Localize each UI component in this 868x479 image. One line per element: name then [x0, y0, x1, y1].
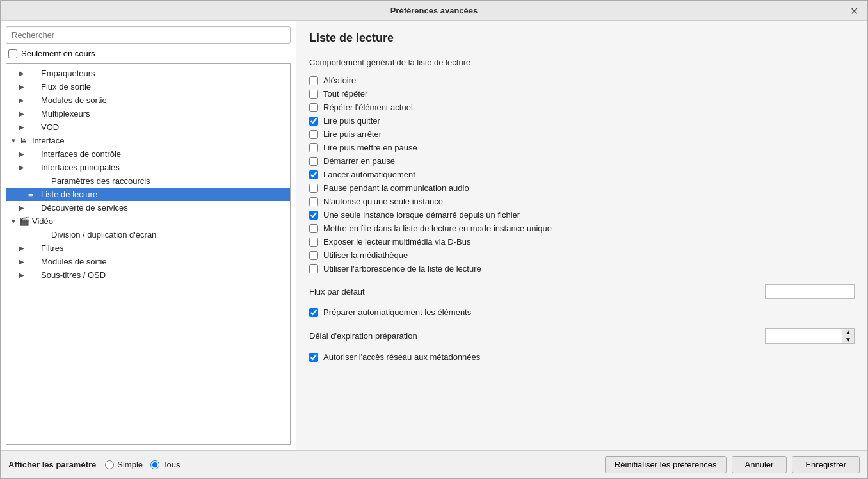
checkbox-demarrer-pause[interactable] — [309, 157, 318, 166]
radio-tous-label: Tous — [163, 460, 180, 469]
save-button[interactable]: Enregistrer — [792, 456, 860, 473]
tree-item-interfaces-controle[interactable]: ▶Interfaces de contrôle — [6, 147, 290, 161]
only-current-label: Seulement en cours — [21, 49, 95, 58]
label-pause-audio: Pause pendant la communication audio — [323, 183, 469, 193]
tree-item-video[interactable]: ▼🎬Vidéo — [6, 215, 290, 228]
preparer-auto-label: Préparer automatiquement les éléments — [323, 307, 471, 317]
tree-item-modules-sortie[interactable]: ▶Modules de sortie — [6, 93, 290, 107]
tree-item-filtres[interactable]: ▶Filtres — [6, 241, 290, 255]
tree-item-multiplexeurs[interactable]: ▶Multiplexeurs — [6, 107, 290, 120]
tree-container[interactable]: ▶Empaqueteurs▶Flux de sortie▶Modules de … — [6, 63, 291, 445]
label-demarrer-pause: Démarrer en pause — [323, 156, 395, 166]
tree-label-params-raccourcis: Paramètres des raccourcis — [51, 176, 286, 186]
delai-row: Délai d'expiration préparation 5000 ▲ ▼ — [309, 328, 855, 344]
tree-item-params-raccourcis[interactable]: Paramètres des raccourcis — [6, 174, 290, 188]
tree-arrow-flux-sortie: ▶ — [19, 83, 28, 90]
tree-label-empaqueteurs: Empaqueteurs — [41, 69, 286, 78]
section-title: Liste de lecture — [309, 31, 855, 49]
spinner-down-button[interactable]: ▼ — [842, 336, 854, 343]
left-panel: Seulement en cours ▶Empaqueteurs▶Flux de… — [1, 21, 296, 450]
tree-arrow-modules-sortie: ▶ — [19, 97, 28, 104]
tree-item-vod[interactable]: ▶VOD — [6, 120, 290, 134]
tree-item-sous-titres[interactable]: ▶Sous-titres / OSD — [6, 268, 290, 282]
tree-item-interfaces-principales[interactable]: ▶Interfaces principales — [6, 161, 290, 174]
option-row-lire-quitter: Lire puis quitter — [309, 114, 855, 127]
only-current-checkbox[interactable] — [8, 49, 17, 58]
bottom-bar: Afficher les paramètre Simple Tous Réini… — [1, 450, 867, 478]
label-lancer-auto: Lancer automatiquement — [323, 170, 415, 179]
tree-icon-interface: 🖥 — [19, 136, 29, 145]
radio-simple[interactable] — [105, 460, 114, 469]
radio-simple-item: Simple — [105, 460, 143, 469]
tree-label-vod: VOD — [41, 122, 286, 132]
tree-item-modules-sortie-video[interactable]: ▶Modules de sortie — [6, 255, 290, 268]
checkbox-seule-instance[interactable] — [309, 197, 318, 206]
label-mediatheque: Utiliser la médiathèque — [323, 250, 408, 260]
label-lire-pause: Lire puis mettre en pause — [323, 143, 417, 152]
tree-item-interface[interactable]: ▼🖥Interface — [6, 134, 290, 147]
tree-label-flux-sortie: Flux de sortie — [41, 82, 286, 92]
option-row-lire-pause: Lire puis mettre en pause — [309, 141, 855, 154]
tree-label-interfaces-principales: Interfaces principales — [41, 163, 286, 172]
checkbox-mettre-file[interactable] — [309, 224, 318, 233]
tree-item-flux-sortie[interactable]: ▶Flux de sortie — [6, 80, 290, 93]
options-container: AléatoireTout répéterRépéter l'élément a… — [309, 74, 855, 275]
label-aleatoire: Aléatoire — [323, 76, 356, 85]
tree-item-decouverte-services[interactable]: ▶Découverte de services — [6, 201, 290, 215]
preparer-auto-checkbox[interactable] — [309, 308, 318, 317]
tree-item-liste-lecture[interactable]: ≡Liste de lecture — [6, 188, 290, 201]
tree-label-modules-sortie-video: Modules de sortie — [41, 257, 286, 266]
reset-button[interactable]: Réinitialiser les préférences — [605, 456, 727, 473]
checkbox-arborescence[interactable] — [309, 264, 318, 273]
search-input[interactable] — [6, 26, 291, 44]
tree-arrow-sous-titres: ▶ — [19, 272, 28, 279]
flux-input[interactable] — [765, 284, 855, 299]
option-row-mettre-file: Mettre en file dans la liste de lecture … — [309, 222, 855, 235]
tree-arrow-interface: ▼ — [10, 137, 19, 144]
tree-arrow-video: ▼ — [10, 218, 19, 225]
tree-label-interface: Interface — [32, 136, 286, 145]
autoriser-reseau-label: Autoriser l'accès réseau aux métadonnées — [323, 352, 480, 362]
checkbox-lire-pause[interactable] — [309, 143, 318, 152]
show-params-label: Afficher les paramètre — [8, 460, 96, 469]
option-row-aleatoire: Aléatoire — [309, 74, 855, 87]
tree-label-video: Vidéo — [32, 216, 286, 226]
checkbox-repeter-actuel[interactable] — [309, 103, 318, 112]
tree-icon-video: 🎬 — [19, 216, 29, 226]
tree-label-sous-titres: Sous-titres / OSD — [41, 270, 286, 280]
flux-row: Flux par défaut — [309, 284, 855, 299]
radio-group: Simple Tous — [105, 460, 599, 469]
radio-tous-item: Tous — [150, 460, 180, 469]
tree-item-division-ecran[interactable]: Division / duplication d'écran — [6, 228, 290, 241]
checkbox-aleatoire[interactable] — [309, 76, 318, 85]
delai-input[interactable]: 5000 — [765, 328, 842, 344]
checkbox-tout-repeter[interactable] — [309, 90, 318, 99]
tree-arrow-interfaces-principales: ▶ — [19, 164, 28, 171]
checkbox-lire-arreter[interactable] — [309, 130, 318, 139]
titlebar: Préférences avancées ✕ — [1, 1, 867, 21]
checkbox-mediatheque[interactable] — [309, 251, 318, 260]
close-button[interactable]: ✕ — [846, 3, 862, 18]
tree-label-decouverte-services: Découverte de services — [41, 203, 286, 213]
checkbox-lancer-auto[interactable] — [309, 170, 318, 179]
checkbox-lire-quitter[interactable] — [309, 117, 318, 126]
delai-spinner: 5000 ▲ ▼ — [765, 328, 855, 344]
checkbox-seule-instance-fichier[interactable] — [309, 211, 318, 220]
right-panel: Liste de lecture Comportement général de… — [296, 21, 867, 450]
tree-item-empaqueteurs[interactable]: ▶Empaqueteurs — [6, 67, 290, 80]
label-lire-quitter: Lire puis quitter — [323, 116, 380, 126]
tree-arrow-multiplexeurs: ▶ — [19, 110, 28, 117]
dialog-title: Préférences avancées — [390, 6, 478, 15]
tree-arrow-modules-sortie-video: ▶ — [19, 258, 28, 265]
cancel-button[interactable]: Annuler — [732, 456, 787, 473]
autoriser-reseau-checkbox[interactable] — [309, 353, 318, 362]
tree-label-interfaces-controle: Interfaces de contrôle — [41, 149, 286, 159]
option-row-tout-repeter: Tout répéter — [309, 87, 855, 101]
only-current-row: Seulement en cours — [6, 47, 291, 60]
option-row-lire-arreter: Lire puis arrêter — [309, 127, 855, 141]
checkbox-exposer-lecteur[interactable] — [309, 238, 318, 247]
checkbox-pause-audio[interactable] — [309, 184, 318, 193]
spinner-up-button[interactable]: ▲ — [842, 329, 854, 336]
radio-tous[interactable] — [150, 460, 159, 469]
label-arborescence: Utiliser l'arborescence de la liste de l… — [323, 264, 481, 273]
